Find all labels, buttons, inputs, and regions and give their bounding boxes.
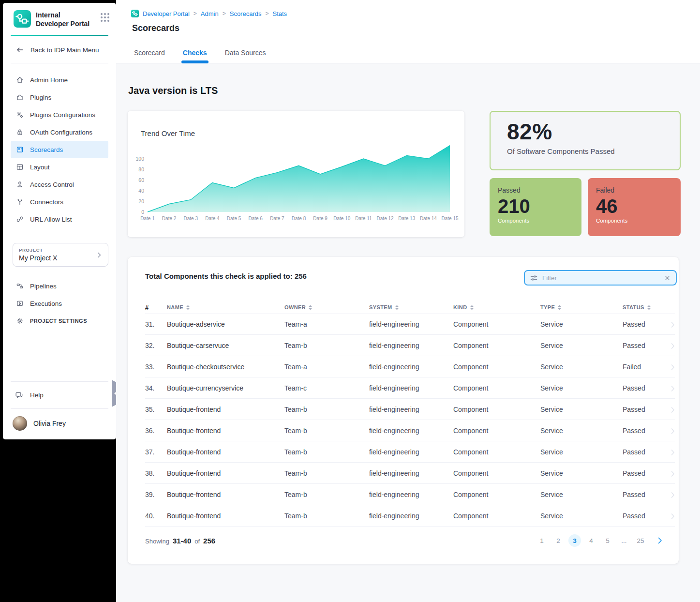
y-tick-label: 0: [141, 209, 144, 215]
help-button[interactable]: Help: [3, 382, 116, 408]
layout-icon: [16, 163, 24, 171]
gears-icon: [16, 111, 24, 119]
sort-icon[interactable]: [395, 304, 399, 311]
row-index: 31.: [145, 320, 167, 328]
column-header-owner[interactable]: OWNER: [284, 304, 369, 311]
filter-sliders-icon: [530, 274, 538, 282]
x-tick-label: Date 4: [205, 216, 220, 221]
table-row[interactable]: 31.Boutique-adserviceTeam-afield-enginee…: [145, 314, 675, 335]
sidebar-item-connectors[interactable]: Connectors: [11, 193, 108, 211]
sidebar-item-label: Executions: [30, 300, 62, 307]
app-grid-icon[interactable]: [101, 13, 109, 22]
breadcrumb-separator: >: [194, 10, 197, 17]
pipelines-icon: [16, 282, 24, 290]
sidebar-item-layout[interactable]: Layout: [11, 158, 108, 176]
page-button-2[interactable]: 2: [552, 534, 565, 547]
table-row[interactable]: 35.Boutique-frontendTeam-bfield-engineer…: [145, 399, 675, 420]
sidebar-item-access-control[interactable]: Access Control: [11, 176, 108, 193]
cell-name: Boutique-frontend: [167, 448, 284, 456]
column-header-type[interactable]: TYPE: [540, 304, 623, 311]
page-button-5[interactable]: 5: [601, 534, 614, 547]
sort-icon[interactable]: [470, 304, 474, 311]
column-header-name[interactable]: NAME: [167, 304, 284, 311]
sort-icon[interactable]: [308, 304, 313, 311]
breadcrumb-admin[interactable]: Admin: [201, 10, 219, 17]
row-chevron-icon: [669, 449, 676, 455]
next-page-icon[interactable]: [654, 534, 666, 547]
project-label: PROJECT: [19, 247, 102, 253]
sidebar-item-url-allow-list[interactable]: URL Allow List: [11, 211, 108, 228]
x-tick-label: Date 14: [420, 216, 437, 221]
sidebar-item-label: Pipelines: [30, 283, 57, 290]
cell-status: Passed: [623, 491, 675, 498]
failed-label: Failed: [596, 186, 681, 194]
idp-mini-logo-icon: [131, 10, 139, 17]
failed-card: Failed 46 Components: [588, 178, 681, 236]
page-button-25[interactable]: 25: [634, 534, 647, 547]
project-selector[interactable]: PROJECT My Project X: [13, 243, 108, 267]
column-header-kind[interactable]: KIND: [453, 304, 540, 311]
failed-value: 46: [596, 195, 681, 217]
cell-type: Service: [540, 469, 623, 477]
cell-status: Passed: [623, 384, 675, 392]
table-row[interactable]: 39.Boutique-frontendTeam-bfield-engineer…: [145, 484, 675, 505]
screen: Internal Developer Portal Back to IDP Ma…: [0, 0, 700, 602]
page-header: Developer Portal>Admin>Scorecards>Stats …: [116, 0, 700, 63]
sidebar-item-scorecards[interactable]: Scorecards: [11, 141, 108, 158]
sidebar-item-label: PROJECT SETTINGS: [30, 318, 87, 324]
table-row[interactable]: 36.Boutique-frontendTeam-bfield-engineer…: [145, 420, 675, 441]
back-to-main-menu[interactable]: Back to IDP Main Menu: [3, 36, 116, 63]
table-row[interactable]: 40.Boutique-frontendTeam-bfield-engineer…: [145, 505, 675, 527]
sidebar-item-plugins[interactable]: Plugins: [11, 89, 108, 106]
avatar: [13, 416, 27, 431]
sidebar-item-executions[interactable]: Executions: [11, 295, 108, 312]
breadcrumb-scorecards[interactable]: Scorecards: [230, 10, 262, 17]
x-tick-label: Date 2: [162, 216, 177, 221]
breadcrumb-stats[interactable]: Stats: [272, 10, 287, 17]
row-chevron-icon: [669, 512, 676, 519]
table-row[interactable]: 32.Boutique-carservuceTeam-bfield-engine…: [145, 335, 675, 356]
cell-kind: Component: [453, 491, 540, 498]
tab-checks[interactable]: Checks: [183, 49, 207, 62]
cell-status: Passed: [623, 512, 675, 520]
table-row[interactable]: 34.Boutique-currencyserviceTeam-cfield-e…: [145, 377, 675, 399]
breadcrumb-developer-portal[interactable]: Developer Portal: [143, 10, 190, 17]
x-tick-label: Date 6: [248, 216, 263, 221]
sidebar-item-pipelines[interactable]: Pipelines: [11, 277, 108, 295]
trend-chart-card: Trend Over Time 020406080100Date 1Date 2…: [128, 111, 464, 237]
sidebar-item-label: Scorecards: [30, 146, 63, 153]
sidebar-item-oauth-configurations[interactable]: OAuth Configurations: [11, 123, 108, 141]
table-row[interactable]: 38.Boutique-frontendTeam-bfield-engineer…: [145, 463, 675, 484]
page-button-1[interactable]: 1: [536, 534, 548, 547]
gear-icon: [16, 317, 24, 325]
user-menu[interactable]: Olivia Frey: [3, 409, 116, 439]
x-tick-label: Date 8: [292, 216, 306, 221]
page-button-4[interactable]: 4: [585, 534, 597, 547]
x-tick-label: Date 1: [140, 216, 155, 221]
column-header-system[interactable]: SYSTEM: [369, 304, 453, 311]
column-header-status[interactable]: STATUS: [623, 304, 675, 311]
tab-data-sources[interactable]: Data Sources: [225, 49, 266, 62]
table-row[interactable]: 33.Boutique-checkoutserviceTeam-afield-e…: [145, 356, 675, 377]
sort-icon[interactable]: [557, 304, 562, 311]
clear-filter-icon[interactable]: [664, 274, 671, 282]
x-tick-label: Date 7: [270, 216, 284, 221]
tab-scorecard[interactable]: Scorecard: [134, 49, 165, 62]
filter-input[interactable]: [542, 274, 659, 282]
user-name: Olivia Frey: [33, 420, 66, 427]
sort-icon[interactable]: [647, 304, 651, 311]
sidebar-item-admin-home[interactable]: Admin Home: [11, 71, 108, 89]
cell-kind: Component: [453, 512, 540, 520]
sidebar-item-plugins-configurations[interactable]: Plugins Configurations: [11, 106, 108, 123]
cell-name: Boutique-frontend: [167, 491, 284, 498]
table-row[interactable]: 37.Boutique-frontendTeam-bfield-engineer…: [145, 441, 675, 463]
sidebar-item-project-settings[interactable]: PROJECT SETTINGS: [11, 312, 108, 330]
sort-icon[interactable]: [186, 304, 190, 311]
column-header-index[interactable]: #: [145, 304, 167, 311]
breadcrumb-separator: >: [223, 10, 226, 17]
cell-name: Boutique-frontend: [167, 512, 284, 520]
page-button-3[interactable]: 3: [568, 534, 581, 547]
cell-system: field-engineering: [369, 512, 453, 520]
row-index: 40.: [145, 512, 167, 520]
sidebar-item-label: Layout: [30, 164, 50, 171]
